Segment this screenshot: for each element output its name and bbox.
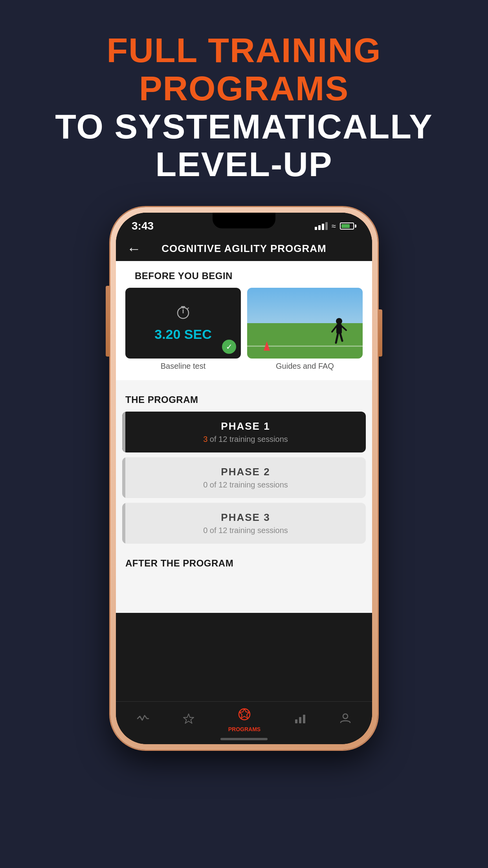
hero-section: FULL TRAINING PROGRAMS TO SYSTEMATICALLY…	[0, 0, 488, 199]
status-time: 3:43	[132, 220, 154, 232]
after-section: AFTER THE PROGRAM	[116, 548, 372, 574]
cone-icon	[263, 340, 271, 351]
profile-icon	[339, 712, 351, 727]
svg-point-5	[336, 318, 342, 324]
phase-1-card[interactable]: PHASE 1 3 of 12 training sessions	[122, 412, 366, 452]
svg-rect-6	[336, 324, 342, 334]
nav-item-profile[interactable]	[339, 712, 351, 727]
before-section: BEFORE YOU BEGIN	[116, 261, 372, 380]
content-area: BEFORE YOU BEGIN	[116, 261, 372, 613]
baseline-caption: Baseline test	[125, 362, 241, 371]
nav-item-activity[interactable]	[137, 713, 149, 727]
svg-line-7	[336, 334, 338, 343]
svg-line-10	[342, 326, 346, 330]
svg-point-18	[343, 714, 348, 719]
status-icons: ≈	[315, 222, 356, 231]
phase-2-subtitle: 0 of 12 training sessions	[133, 480, 358, 489]
battery-icon	[340, 223, 356, 230]
hero-line1: FULL TRAINING PROGRAMS	[31, 31, 457, 108]
phase-1-accent	[122, 412, 125, 452]
phase-3-content: PHASE 3 0 of 12 training sessions	[125, 503, 366, 544]
star-icon	[183, 713, 194, 727]
wifi-icon: ≈	[332, 222, 336, 231]
svg-marker-12	[183, 714, 194, 723]
guides-card-item[interactable]: Guides and FAQ	[247, 288, 363, 371]
activity-icon	[137, 713, 149, 727]
baseline-card-item[interactable]: 3.20 SEC ✓ Baseline test	[125, 288, 241, 371]
phone-screen: 3:43 ≈	[116, 213, 372, 744]
guides-card[interactable]	[247, 288, 363, 359]
phone-mockup: 3:43 ≈	[110, 207, 378, 750]
page-title: COGNITIVE AGILITY PROGRAM	[161, 243, 326, 255]
phase-1-count: 3	[203, 435, 207, 443]
svg-line-4	[187, 308, 189, 309]
player-figure	[327, 315, 351, 351]
nav-header: ← COGNITIVE AGILITY PROGRAM	[116, 236, 372, 261]
before-cards: 3.20 SEC ✓ Baseline test	[125, 288, 363, 371]
programs-label: PROGRAMS	[228, 726, 261, 732]
back-button[interactable]: ←	[127, 241, 141, 257]
phase-3-title: PHASE 3	[133, 511, 358, 524]
program-section: THE PROGRAM PHASE 1 3 of 12 training ses…	[116, 385, 372, 544]
phase-3-card[interactable]: PHASE 3 0 of 12 training sessions	[122, 503, 366, 544]
program-label: THE PROGRAM	[116, 385, 372, 412]
baseline-time: 3.20 SEC	[154, 327, 212, 342]
hero-line2: TO SYSTEMATICALLY LEVEL-UP	[31, 108, 457, 184]
phase-2-title: PHASE 2	[133, 466, 358, 478]
nav-item-programs[interactable]: PROGRAMS	[228, 707, 261, 732]
phase-3-subtitle: 0 of 12 training sessions	[133, 526, 358, 535]
after-label: AFTER THE PROGRAM	[125, 558, 363, 569]
svg-rect-15	[295, 719, 297, 723]
check-badge: ✓	[222, 340, 236, 354]
phase-1-title: PHASE 1	[133, 420, 358, 432]
field-scene	[247, 288, 363, 359]
nav-item-stats[interactable]	[294, 713, 306, 727]
svg-rect-17	[303, 715, 305, 723]
phase-1-content: PHASE 1 3 of 12 training sessions	[125, 412, 366, 452]
baseline-card[interactable]: 3.20 SEC ✓	[125, 288, 241, 359]
svg-line-9	[332, 326, 336, 332]
signal-icon	[315, 222, 328, 230]
phase-2-accent	[122, 457, 125, 498]
svg-marker-11	[264, 341, 270, 351]
guides-caption: Guides and FAQ	[247, 362, 363, 371]
phase-2-content: PHASE 2 0 of 12 training sessions	[125, 457, 366, 498]
home-indicator	[220, 738, 268, 740]
stopwatch-icon	[175, 304, 191, 324]
nav-item-favorites[interactable]	[183, 713, 194, 727]
screen-inner: 3:43 ≈	[116, 213, 372, 744]
svg-line-8	[340, 334, 342, 341]
phone-frame: 3:43 ≈	[110, 207, 378, 750]
phase-2-card[interactable]: PHASE 2 0 of 12 training sessions	[122, 457, 366, 498]
chart-icon	[294, 713, 306, 727]
svg-point-13	[239, 709, 250, 720]
svg-rect-16	[299, 717, 301, 723]
phase-1-subtitle: 3 of 12 training sessions	[133, 435, 358, 444]
programs-icon	[237, 707, 251, 725]
notch	[213, 213, 275, 228]
phase-3-accent	[122, 503, 125, 544]
before-label: BEFORE YOU BEGIN	[125, 261, 363, 288]
